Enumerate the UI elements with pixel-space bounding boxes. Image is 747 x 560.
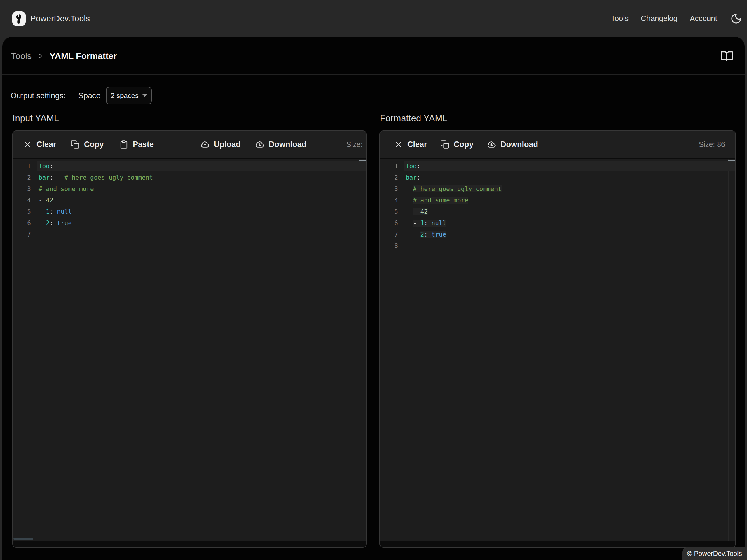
upload-button[interactable]: Upload — [201, 131, 241, 158]
line-number: 1 — [13, 161, 31, 172]
clear-label: Clear — [407, 140, 427, 149]
output-settings-label: Output settings: — [10, 91, 66, 100]
breadcrumb-bar: Tools YAML Formatter — [2, 37, 745, 75]
input-code-editor[interactable]: 1foo:2bar: # here goes ugly comment3# an… — [13, 159, 366, 541]
code-line: 6 2: true — [13, 218, 366, 229]
chevron-down-icon — [143, 94, 147, 97]
copy-label: Copy — [454, 140, 473, 149]
code-line: 5 - 42 — [380, 206, 735, 218]
code-text: - 42 — [38, 195, 53, 206]
code-text: bar: # here goes ugly comment — [38, 172, 153, 183]
copy-icon — [440, 140, 449, 149]
code-line: 1foo: — [380, 161, 735, 172]
clipboard-paste-icon — [119, 140, 128, 149]
paste-label: Paste — [133, 140, 154, 149]
upload-label: Upload — [214, 140, 241, 149]
code-text: # and some more — [38, 183, 94, 195]
output-settings-row: Output settings: Space 2 spaces — [0, 87, 747, 105]
space-label: Space — [78, 91, 101, 100]
code-line: 2bar: # here goes ugly comment — [13, 172, 366, 183]
code-line: 3# and some more — [13, 183, 366, 195]
input-editor-panel: Clear Copy Paste Upload Download Size: 7… — [12, 130, 367, 548]
line-number: 8 — [380, 240, 398, 252]
docs-button[interactable] — [720, 49, 733, 63]
breadcrumb-tools-link[interactable]: Tools — [11, 51, 31, 61]
breadcrumb: Tools YAML Formatter — [11, 37, 117, 75]
download-cloud-icon — [487, 140, 496, 149]
scrollbar-track[interactable] — [728, 159, 735, 541]
copyright-text: © PowerDev.Tools — [687, 550, 742, 558]
line-number: 2 — [13, 172, 31, 183]
clear-x-icon — [394, 140, 403, 149]
code-text: foo: — [38, 161, 53, 172]
output-code-editor[interactable]: 1foo:2bar:3 # here goes ugly comment4 # … — [380, 159, 735, 541]
code-line: 7 — [13, 229, 366, 240]
input-size-label: Size: 7 — [346, 131, 366, 158]
code-line: 5- 1: null — [13, 206, 366, 218]
clear-button[interactable]: Clear — [394, 131, 427, 158]
line-number: 3 — [380, 183, 398, 195]
code-line: 1foo: — [13, 161, 366, 172]
code-line: 8 — [380, 240, 735, 252]
copy-label: Copy — [84, 140, 104, 149]
paste-button[interactable]: Paste — [119, 131, 154, 158]
download-cloud-icon — [255, 140, 264, 149]
code-line: 4- 42 — [13, 195, 366, 206]
output-size-label: Size: 86 — [699, 131, 725, 158]
code-text: foo: — [406, 161, 420, 172]
code-text: # and some more — [406, 195, 468, 206]
line-number: 3 — [13, 183, 31, 195]
code-line: 6 - 1: null — [380, 218, 735, 229]
code-text: bar: — [406, 172, 420, 183]
line-number: 4 — [13, 195, 31, 206]
divider — [2, 74, 745, 75]
code-text: 2: true — [406, 229, 446, 240]
page-title: YAML Formatter — [50, 51, 117, 61]
indent-size-value: 2 spaces — [110, 91, 138, 100]
download-label: Download — [500, 140, 538, 149]
copy-icon — [71, 140, 80, 149]
code-line: 2bar: — [380, 172, 735, 183]
code-line: 7 2: true — [380, 229, 735, 240]
moon-icon — [730, 13, 742, 25]
download-button[interactable]: Download — [255, 131, 306, 158]
line-number: 2 — [380, 172, 398, 183]
clear-label: Clear — [36, 140, 56, 149]
copy-button[interactable]: Copy — [71, 131, 104, 158]
line-number: 7 — [13, 229, 31, 240]
line-number: 1 — [380, 161, 398, 172]
top-nav: Tools Changelog Account — [611, 0, 743, 37]
h-scrollbar-thumb[interactable] — [14, 538, 33, 540]
current-line-highlight — [405, 161, 735, 171]
code-line: 3 # here goes ugly comment — [380, 183, 735, 195]
clear-button[interactable]: Clear — [23, 131, 56, 158]
nav-tools[interactable]: Tools — [611, 14, 629, 23]
chevron-right-icon — [37, 52, 44, 60]
brand-title: PowerDev.Tools — [30, 14, 90, 23]
nav-changelog[interactable]: Changelog — [641, 14, 677, 23]
output-toolbar: Clear Copy Download Size: 86 — [380, 131, 735, 158]
clear-x-icon — [23, 140, 32, 149]
line-number: 7 — [380, 229, 398, 240]
code-text: 2: true — [38, 218, 72, 229]
dark-mode-toggle[interactable] — [729, 12, 743, 25]
line-number: 6 — [380, 218, 398, 229]
output-panel-title: Formatted YAML — [380, 113, 447, 124]
line-number: 5 — [380, 206, 398, 218]
line-number: 4 — [380, 195, 398, 206]
indent-size-select[interactable]: 2 spaces — [106, 87, 152, 104]
brand[interactable]: PowerDev.Tools — [12, 0, 90, 37]
copy-button[interactable]: Copy — [440, 131, 473, 158]
scrollbar-track[interactable] — [359, 159, 366, 541]
wrench-icon — [15, 14, 23, 24]
wrench-logo-icon — [12, 11, 26, 26]
line-number: 6 — [13, 218, 31, 229]
download-button[interactable]: Download — [487, 131, 538, 158]
code-text: - 1: null — [406, 218, 446, 229]
top-bar: PowerDev.Tools Tools Changelog Account — [0, 0, 747, 37]
nav-account[interactable]: Account — [690, 14, 717, 23]
line-number: 5 — [13, 206, 31, 218]
upload-cloud-icon — [201, 140, 209, 149]
input-toolbar: Clear Copy Paste Upload Download Size: 7 — [13, 131, 366, 158]
code-text: # here goes ugly comment — [406, 183, 501, 195]
